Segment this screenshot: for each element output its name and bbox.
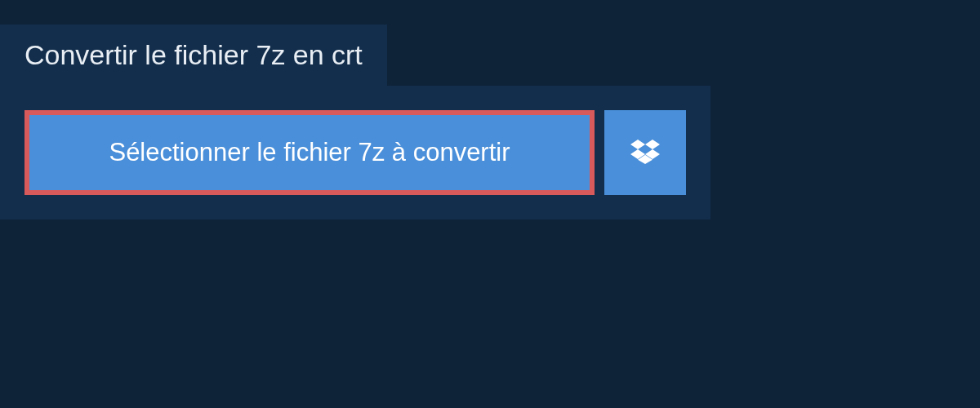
header-tab: Convertir le fichier 7z en crt bbox=[0, 24, 387, 86]
upload-panel: Sélectionner le fichier 7z à convertir bbox=[0, 86, 710, 220]
dropbox-icon bbox=[630, 137, 660, 169]
page-title: Convertir le fichier 7z en crt bbox=[24, 39, 363, 71]
dropbox-button[interactable] bbox=[604, 110, 686, 195]
select-file-button[interactable]: Sélectionner le fichier 7z à convertir bbox=[24, 110, 595, 195]
